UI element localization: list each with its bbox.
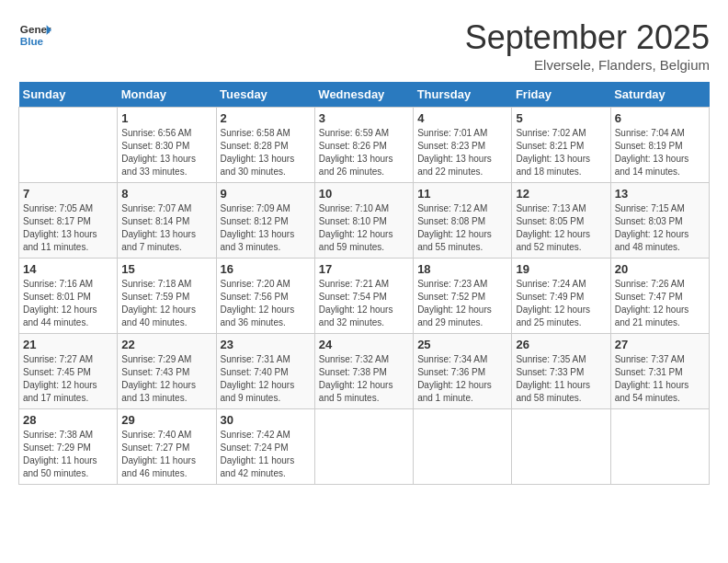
day-info: Sunrise: 7:37 AMSunset: 7:31 PMDaylight:…: [615, 353, 705, 405]
day-number: 25: [417, 338, 507, 351]
day-info: Sunrise: 7:40 AMSunset: 7:27 PMDaylight:…: [121, 429, 211, 480]
day-cell: 20Sunrise: 7:26 AMSunset: 7:47 PMDayligh…: [610, 259, 709, 334]
day-number: 5: [516, 111, 606, 125]
day-cell: 16Sunrise: 7:20 AMSunset: 7:56 PMDayligh…: [216, 259, 314, 334]
day-cell: 27Sunrise: 7:37 AMSunset: 7:31 PMDayligh…: [610, 334, 709, 409]
day-info: Sunrise: 7:09 AMSunset: 8:12 PMDaylight:…: [221, 202, 311, 254]
day-cell: 1Sunrise: 6:56 AMSunset: 8:30 PMDaylight…: [118, 108, 216, 183]
day-info: Sunrise: 7:20 AMSunset: 7:56 PMDaylight:…: [221, 278, 311, 329]
day-info: Sunrise: 7:34 AMSunset: 7:36 PMDaylight:…: [417, 353, 507, 405]
day-info: Sunrise: 7:23 AMSunset: 7:52 PMDaylight:…: [417, 278, 507, 329]
day-info: Sunrise: 7:12 AMSunset: 8:08 PMDaylight:…: [417, 202, 507, 254]
week-row-2: 7Sunrise: 7:05 AMSunset: 8:17 PMDaylight…: [19, 183, 710, 259]
day-info: Sunrise: 7:02 AMSunset: 8:21 PMDaylight:…: [516, 127, 606, 178]
day-info: Sunrise: 7:26 AMSunset: 7:47 PMDaylight:…: [615, 278, 705, 329]
day-cell: 5Sunrise: 7:02 AMSunset: 8:21 PMDaylight…: [512, 108, 610, 183]
week-row-4: 21Sunrise: 7:27 AMSunset: 7:45 PMDayligh…: [19, 334, 710, 409]
day-info: Sunrise: 7:24 AMSunset: 7:49 PMDaylight:…: [516, 278, 606, 329]
day-info: Sunrise: 7:42 AMSunset: 7:24 PMDaylight:…: [221, 429, 311, 480]
calendar-table: SundayMondayTuesdayWednesdayThursdayFrid…: [18, 82, 710, 485]
col-header-thursday: Thursday: [414, 82, 512, 108]
day-number: 20: [615, 262, 705, 276]
location: Elversele, Flanders, Belgium: [465, 57, 710, 73]
day-number: 11: [417, 187, 507, 201]
day-info: Sunrise: 7:07 AMSunset: 8:14 PMDaylight:…: [121, 202, 211, 254]
header-row: SundayMondayTuesdayWednesdayThursdayFrid…: [19, 82, 710, 108]
day-cell: 26Sunrise: 7:35 AMSunset: 7:33 PMDayligh…: [512, 334, 610, 409]
day-info: Sunrise: 7:21 AMSunset: 7:54 PMDaylight:…: [319, 278, 409, 329]
day-cell: 6Sunrise: 7:04 AMSunset: 8:19 PMDaylight…: [610, 108, 709, 183]
day-cell: [314, 409, 413, 485]
day-cell: 17Sunrise: 7:21 AMSunset: 7:54 PMDayligh…: [314, 259, 413, 334]
day-number: 13: [615, 187, 705, 201]
day-info: Sunrise: 7:18 AMSunset: 7:59 PMDaylight:…: [121, 278, 211, 329]
week-row-3: 14Sunrise: 7:16 AMSunset: 8:01 PMDayligh…: [19, 259, 710, 334]
day-cell: [512, 409, 610, 485]
day-info: Sunrise: 7:27 AMSunset: 7:45 PMDaylight:…: [23, 353, 113, 405]
day-info: Sunrise: 7:10 AMSunset: 8:10 PMDaylight:…: [319, 202, 409, 254]
col-header-tuesday: Tuesday: [216, 82, 314, 108]
day-info: Sunrise: 6:56 AMSunset: 8:30 PMDaylight:…: [121, 127, 211, 178]
week-row-1: 1Sunrise: 6:56 AMSunset: 8:30 PMDaylight…: [19, 108, 710, 183]
day-number: 26: [516, 338, 606, 351]
day-number: 6: [615, 111, 705, 125]
day-info: Sunrise: 7:16 AMSunset: 8:01 PMDaylight:…: [23, 278, 113, 329]
day-number: 15: [121, 262, 211, 276]
day-number: 28: [23, 413, 113, 427]
page-header: General Blue September 2025 Elversele, F…: [18, 18, 710, 73]
day-cell: 24Sunrise: 7:32 AMSunset: 7:38 PMDayligh…: [314, 334, 413, 409]
day-info: Sunrise: 7:31 AMSunset: 7:40 PMDaylight:…: [221, 353, 311, 405]
logo: General Blue: [18, 18, 51, 52]
logo-icon: General Blue: [18, 18, 51, 52]
day-info: Sunrise: 7:04 AMSunset: 8:19 PMDaylight:…: [615, 127, 705, 178]
day-info: Sunrise: 7:32 AMSunset: 7:38 PMDaylight:…: [319, 353, 409, 405]
day-number: 19: [516, 262, 606, 276]
day-number: 14: [23, 262, 113, 276]
day-cell: 19Sunrise: 7:24 AMSunset: 7:49 PMDayligh…: [512, 259, 610, 334]
day-cell: 28Sunrise: 7:38 AMSunset: 7:29 PMDayligh…: [19, 409, 118, 485]
day-cell: 9Sunrise: 7:09 AMSunset: 8:12 PMDaylight…: [216, 183, 314, 259]
day-number: 3: [319, 111, 409, 125]
day-cell: 30Sunrise: 7:42 AMSunset: 7:24 PMDayligh…: [216, 409, 314, 485]
col-header-sunday: Sunday: [19, 82, 118, 108]
day-cell: 25Sunrise: 7:34 AMSunset: 7:36 PMDayligh…: [414, 334, 512, 409]
day-number: 16: [221, 262, 311, 276]
day-number: 30: [221, 413, 311, 427]
day-number: 2: [221, 111, 311, 125]
title-block: September 2025 Elversele, Flanders, Belg…: [465, 18, 710, 73]
day-number: 10: [319, 187, 409, 201]
day-number: 27: [615, 338, 705, 351]
day-info: Sunrise: 6:58 AMSunset: 8:28 PMDaylight:…: [221, 127, 311, 178]
day-info: Sunrise: 7:05 AMSunset: 8:17 PMDaylight:…: [23, 202, 113, 254]
month-title: September 2025: [465, 18, 710, 57]
col-header-saturday: Saturday: [610, 82, 709, 108]
day-cell: 10Sunrise: 7:10 AMSunset: 8:10 PMDayligh…: [314, 183, 413, 259]
day-info: Sunrise: 6:59 AMSunset: 8:26 PMDaylight:…: [319, 127, 409, 178]
day-cell: [610, 409, 709, 485]
col-header-friday: Friday: [512, 82, 610, 108]
day-number: 29: [121, 413, 211, 427]
day-cell: 13Sunrise: 7:15 AMSunset: 8:03 PMDayligh…: [610, 183, 709, 259]
day-cell: 3Sunrise: 6:59 AMSunset: 8:26 PMDaylight…: [314, 108, 413, 183]
day-number: 4: [417, 111, 507, 125]
day-cell: 21Sunrise: 7:27 AMSunset: 7:45 PMDayligh…: [19, 334, 118, 409]
day-number: 23: [221, 338, 311, 351]
day-info: Sunrise: 7:13 AMSunset: 8:05 PMDaylight:…: [516, 202, 606, 254]
day-info: Sunrise: 7:38 AMSunset: 7:29 PMDaylight:…: [23, 429, 113, 480]
day-cell: 4Sunrise: 7:01 AMSunset: 8:23 PMDaylight…: [414, 108, 512, 183]
day-cell: 12Sunrise: 7:13 AMSunset: 8:05 PMDayligh…: [512, 183, 610, 259]
svg-text:Blue: Blue: [20, 35, 44, 47]
day-cell: 15Sunrise: 7:18 AMSunset: 7:59 PMDayligh…: [118, 259, 216, 334]
day-cell: 11Sunrise: 7:12 AMSunset: 8:08 PMDayligh…: [414, 183, 512, 259]
day-number: 1: [121, 111, 211, 125]
col-header-monday: Monday: [118, 82, 216, 108]
day-number: 24: [319, 338, 409, 351]
day-cell: 2Sunrise: 6:58 AMSunset: 8:28 PMDaylight…: [216, 108, 314, 183]
day-cell: 7Sunrise: 7:05 AMSunset: 8:17 PMDaylight…: [19, 183, 118, 259]
day-number: 18: [417, 262, 507, 276]
day-number: 7: [23, 187, 113, 201]
day-cell: 22Sunrise: 7:29 AMSunset: 7:43 PMDayligh…: [118, 334, 216, 409]
day-info: Sunrise: 7:29 AMSunset: 7:43 PMDaylight:…: [121, 353, 211, 405]
day-number: 22: [121, 338, 211, 351]
day-info: Sunrise: 7:01 AMSunset: 8:23 PMDaylight:…: [417, 127, 507, 178]
